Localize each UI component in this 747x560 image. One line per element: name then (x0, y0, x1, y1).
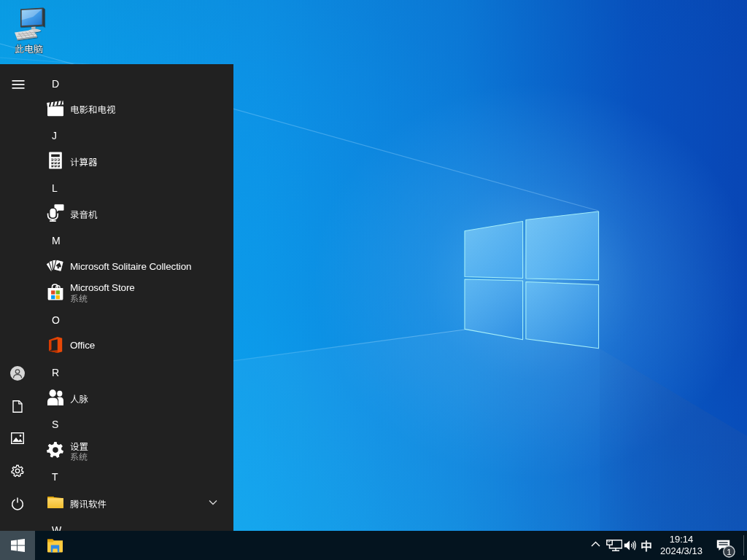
svg-text:1: 1 (727, 548, 731, 556)
